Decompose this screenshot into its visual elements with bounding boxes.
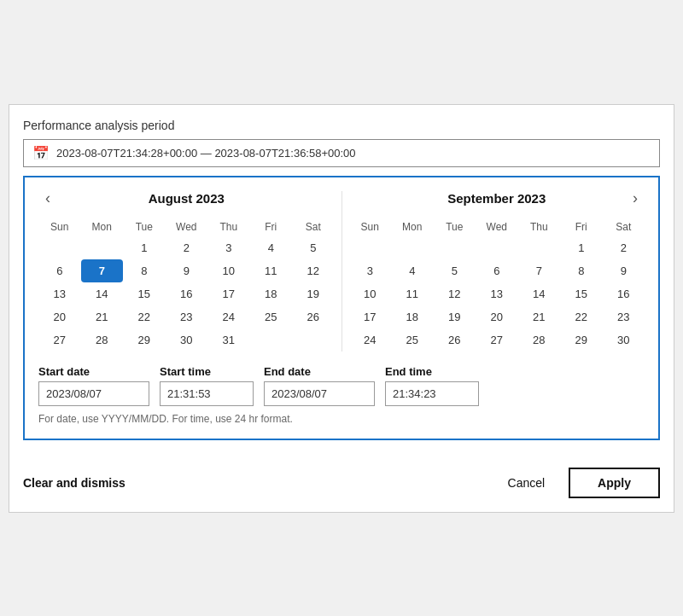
aug-day-10[interactable]: 10 xyxy=(207,259,250,282)
sep-wed-header: Wed xyxy=(476,216,518,236)
start-date-group: Start date xyxy=(38,365,149,406)
start-date-input[interactable] xyxy=(38,381,149,406)
aug-day-23[interactable]: 23 xyxy=(166,305,208,328)
sep-day-12[interactable]: 12 xyxy=(434,282,476,305)
aug-wed-header: Wed xyxy=(166,216,208,236)
aug-day-25[interactable]: 25 xyxy=(250,305,293,328)
sep-day-11[interactable]: 11 xyxy=(391,282,434,305)
aug-day-27[interactable]: 27 xyxy=(38,328,81,352)
sep-day-30[interactable]: 30 xyxy=(603,328,645,352)
aug-day-26[interactable]: 26 xyxy=(292,305,335,328)
aug-day-2[interactable]: 2 xyxy=(166,236,208,259)
september-title: September 2023 xyxy=(349,191,645,206)
sep-empty xyxy=(391,236,434,259)
august-header: ‹ August 2023 xyxy=(38,191,335,206)
inputs-row: Start date Start time End date End time xyxy=(38,365,645,406)
aug-day-29[interactable]: 29 xyxy=(123,328,166,352)
sep-day-15[interactable]: 15 xyxy=(560,282,603,305)
aug-day-19[interactable]: 19 xyxy=(292,282,335,305)
aug-day-7[interactable]: 7 xyxy=(81,259,124,282)
aug-day-4[interactable]: 4 xyxy=(250,236,293,259)
sep-day-13[interactable]: 13 xyxy=(476,282,518,305)
next-month-button[interactable]: › xyxy=(626,190,645,206)
clear-and-dismiss-button[interactable]: Clear and dismiss xyxy=(23,469,126,497)
end-time-label: End time xyxy=(385,365,479,378)
aug-day-31[interactable]: 31 xyxy=(207,328,250,352)
sep-day-25[interactable]: 25 xyxy=(391,328,434,352)
aug-day-3[interactable]: 3 xyxy=(207,236,250,259)
aug-day-1[interactable]: 1 xyxy=(123,236,166,259)
aug-sun-header: Sun xyxy=(38,216,81,236)
aug-day-22[interactable]: 22 xyxy=(123,305,166,328)
aug-day-5[interactable]: 5 xyxy=(292,236,335,259)
sep-day-24[interactable]: 24 xyxy=(349,328,392,352)
aug-day-8[interactable]: 8 xyxy=(123,259,166,282)
end-date-input[interactable] xyxy=(264,381,375,406)
aug-mon-header: Mon xyxy=(81,216,124,236)
start-time-input[interactable] xyxy=(160,381,254,406)
calendar-divider xyxy=(342,191,342,352)
sep-day-9[interactable]: 9 xyxy=(603,259,645,282)
sep-day-4[interactable]: 4 xyxy=(391,259,434,282)
end-time-group: End time xyxy=(385,365,479,406)
end-date-group: End date xyxy=(264,365,375,406)
aug-day-30[interactable]: 30 xyxy=(166,328,208,352)
sep-day-1[interactable]: 1 xyxy=(560,236,603,259)
sep-day-8[interactable]: 8 xyxy=(560,259,603,282)
sep-day-17[interactable]: 17 xyxy=(349,305,392,328)
sep-day-16[interactable]: 16 xyxy=(603,282,645,305)
start-time-label: Start time xyxy=(160,365,254,378)
aug-day-11[interactable]: 11 xyxy=(250,259,293,282)
aug-day-12[interactable]: 12 xyxy=(292,259,335,282)
aug-thu-header: Thu xyxy=(207,216,250,236)
aug-day-21[interactable]: 21 xyxy=(81,305,124,328)
sep-day-18[interactable]: 18 xyxy=(391,305,434,328)
aug-sat-header: Sat xyxy=(292,216,335,236)
sep-empty xyxy=(476,236,518,259)
aug-empty xyxy=(81,236,124,259)
august-calendar: ‹ August 2023 Sun Mon Tue Wed Thu Fri Sa… xyxy=(38,191,335,352)
aug-day-16[interactable]: 16 xyxy=(166,282,208,305)
aug-empty xyxy=(292,328,335,352)
september-grid: Sun Mon Tue Wed Thu Fri Sat 1 2 3 xyxy=(349,216,645,352)
aug-day-28[interactable]: 28 xyxy=(81,328,124,352)
sep-empty xyxy=(518,236,561,259)
prev-month-button[interactable]: ‹ xyxy=(38,190,57,206)
aug-day-6[interactable]: 6 xyxy=(38,259,81,282)
sep-day-19[interactable]: 19 xyxy=(434,305,476,328)
sep-sun-header: Sun xyxy=(349,216,392,236)
sep-fri-header: Fri xyxy=(560,216,603,236)
aug-day-24[interactable]: 24 xyxy=(207,305,250,328)
sep-day-5[interactable]: 5 xyxy=(434,259,476,282)
hint-text: For date, use YYYY/MM/DD. For time, use … xyxy=(38,413,645,425)
aug-day-17[interactable]: 17 xyxy=(207,282,250,305)
aug-day-15[interactable]: 15 xyxy=(123,282,166,305)
sep-day-26[interactable]: 26 xyxy=(434,328,476,352)
end-time-input[interactable] xyxy=(385,381,479,406)
apply-button[interactable]: Apply xyxy=(569,468,660,498)
sep-day-20[interactable]: 20 xyxy=(476,305,518,328)
aug-empty xyxy=(250,328,293,352)
sep-day-23[interactable]: 23 xyxy=(603,305,645,328)
aug-day-18[interactable]: 18 xyxy=(250,282,293,305)
sep-day-2[interactable]: 2 xyxy=(603,236,645,259)
aug-fri-header: Fri xyxy=(250,216,293,236)
sep-day-7[interactable]: 7 xyxy=(518,259,561,282)
sep-day-29[interactable]: 29 xyxy=(560,328,603,352)
sep-day-10[interactable]: 10 xyxy=(349,282,392,305)
cancel-button[interactable]: Cancel xyxy=(498,469,556,497)
sep-day-6[interactable]: 6 xyxy=(476,259,518,282)
sep-day-21[interactable]: 21 xyxy=(518,305,561,328)
sep-day-3[interactable]: 3 xyxy=(349,259,392,282)
aug-day-13[interactable]: 13 xyxy=(38,282,81,305)
sep-day-27[interactable]: 27 xyxy=(476,328,518,352)
sep-tue-header: Tue xyxy=(434,216,476,236)
sep-day-28[interactable]: 28 xyxy=(518,328,561,352)
calendar-icon: 📅 xyxy=(32,145,50,161)
aug-day-14[interactable]: 14 xyxy=(81,282,124,305)
sep-day-14[interactable]: 14 xyxy=(518,282,561,305)
aug-day-20[interactable]: 20 xyxy=(38,305,81,328)
aug-day-9[interactable]: 9 xyxy=(166,259,208,282)
footer: Clear and dismiss Cancel Apply xyxy=(23,457,660,498)
sep-day-22[interactable]: 22 xyxy=(560,305,603,328)
